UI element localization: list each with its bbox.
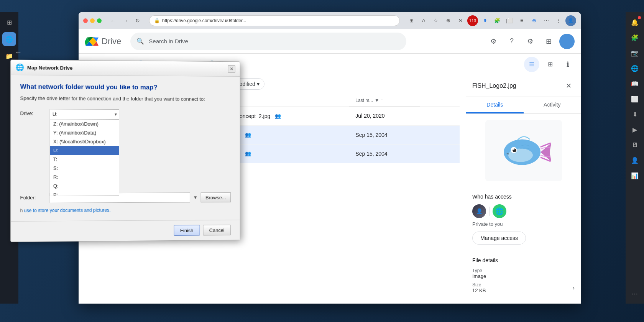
tab-icon[interactable]: ⊞ — [406, 15, 417, 26]
tab-details[interactable]: Details — [466, 97, 524, 113]
drive-field: U: ▼ Z: (\\mainbox\Down) Y: (\\mainbox\D… — [50, 109, 231, 120]
dialog-close-btn[interactable]: ✕ — [228, 65, 235, 73]
left-icon-2[interactable]: 🌐 — [2, 32, 16, 46]
address-bar[interactable]: 🔒 https://drive.google.com/drive/u/0/fol… — [149, 15, 400, 26]
info-btn[interactable]: ℹ — [561, 58, 575, 71]
extension-more[interactable]: ≡ — [516, 15, 527, 26]
chart-icon[interactable]: 📊 — [628, 169, 642, 182]
sort-up-icon: ↑ — [381, 98, 383, 103]
access-section-title: Who has access — [472, 194, 575, 200]
search-placeholder: Search in Drive — [149, 38, 188, 44]
extension-circle[interactable]: ⊕ — [529, 15, 539, 26]
drive-option-T[interactable]: T: — [50, 155, 119, 164]
avatar-divider — [489, 207, 490, 216]
window-controls — [83, 18, 102, 23]
profile-avatar-small[interactable]: 👤 — [565, 15, 576, 26]
panel-close-btn[interactable]: ✕ — [562, 80, 575, 92]
drive-option-S[interactable]: S: — [50, 164, 119, 172]
drive-option-Z[interactable]: Z: (\\mainbox\Down) — [50, 119, 119, 128]
translate-icon[interactable]: 🌐 — [628, 61, 642, 75]
cancel-btn[interactable]: Cancel — [203, 225, 231, 235]
camera-icon[interactable]: 📷 — [628, 46, 642, 60]
type-label: Type — [472, 268, 575, 273]
drive-option-P[interactable]: P: — [50, 190, 119, 196]
drive-dropdown[interactable]: Z: (\\mainbox\Down) Y: (\\mainbox\Data) … — [50, 119, 119, 196]
extension-9-icon[interactable]: 9 — [480, 15, 490, 26]
help-icon[interactable]: ? — [504, 34, 519, 49]
reader-icon[interactable]: 📖 — [628, 77, 642, 90]
window-minimize-btn[interactable] — [90, 18, 95, 23]
list-view-btn[interactable]: ☰ — [524, 57, 539, 72]
drive-select-display[interactable]: U: ▼ — [50, 109, 119, 119]
user-icon-right[interactable]: 👤 — [628, 153, 642, 167]
dialog-info-link[interactable]: use to store your documents and pictures… — [24, 207, 111, 213]
browse-btn[interactable]: Browse... — [200, 192, 231, 202]
tab-activity[interactable]: Activity — [524, 97, 581, 113]
play-icon[interactable]: ▶ — [628, 123, 642, 136]
last-modified-arrow: ▾ — [257, 81, 260, 87]
monitor-icon[interactable]: 🖥 — [628, 138, 642, 152]
shared-icon: 👥 — [275, 113, 281, 119]
url-text: https://drive.google.com/drive/u/0/folde… — [162, 18, 246, 23]
left-icon-1[interactable]: ⊞ — [2, 15, 16, 29]
dialog-back-area: ← — [15, 48, 21, 56]
settings-icon[interactable]: ⚙ — [522, 34, 538, 49]
drive-option-R[interactable]: R: — [50, 172, 119, 182]
modified-column-header[interactable]: Last m... ▼ ↑ — [349, 95, 420, 107]
user-avatar[interactable] — [559, 34, 575, 49]
drive-option-U[interactable]: U: — [50, 146, 119, 155]
shared-avatar[interactable]: 🌐 — [493, 204, 506, 218]
bookmark-icon[interactable]: ☆ — [430, 15, 441, 26]
owner-avatar[interactable]: 👤 — [472, 204, 486, 218]
sidebar-icon[interactable]: ⬜ — [628, 92, 642, 106]
add-people-row: + — [466, 302, 581, 304]
svg-point-3 — [513, 148, 516, 152]
dialog-desc: Specify the drive letter for the connect… — [20, 95, 231, 102]
file-actions: ⋮ — [420, 125, 460, 144]
forward-button[interactable]: → — [120, 15, 131, 26]
extensions-icon[interactable]: 🧩 — [628, 31, 642, 44]
back-button[interactable]: ← — [108, 15, 118, 26]
drive-option-Q[interactable]: Q: — [50, 181, 119, 191]
size-expand-icon[interactable]: › — [573, 284, 575, 291]
extension-dots[interactable]: ⋯ — [541, 15, 552, 26]
drive-option-Y[interactable]: Y: (\\mainbox\Data) — [50, 128, 119, 137]
extension-puzzle[interactable]: 🧩 — [492, 15, 503, 26]
menu-btn[interactable]: ⋮ — [553, 15, 564, 26]
window-close-btn[interactable] — [83, 18, 88, 23]
adjust-icon[interactable]: ⚙ — [486, 34, 501, 49]
dialog-question: What network folder would you like to ma… — [20, 83, 231, 92]
drive-header: Drive 🔍 Search in Drive ⚙ ? ⚙ ⊞ — [79, 29, 581, 54]
refresh-button[interactable]: ↻ — [132, 15, 143, 26]
finish-btn[interactable]: Finish — [174, 225, 200, 236]
file-details-title: File details — [472, 257, 575, 263]
panel-tabs: Details Activity — [466, 97, 581, 114]
download-icon[interactable]: ⬇ — [628, 107, 642, 121]
private-text: Private to you — [472, 221, 575, 227]
browser-chrome: ← → ↻ 🔒 https://drive.google.com/drive/u… — [79, 12, 581, 29]
dropdown-arrow-icon: ▼ — [114, 112, 118, 116]
more-icon[interactable]: ⋯ — [628, 287, 642, 301]
drive-option-X[interactable]: X: (\\localhost\Dropbox) — [50, 137, 119, 146]
drive-title: Drive — [102, 36, 121, 46]
window-maximize-btn[interactable] — [97, 18, 102, 23]
profile-icon-num[interactable]: 113 — [467, 15, 478, 26]
size-label: Size — [472, 282, 486, 288]
pwa-icon[interactable]: ⊕ — [443, 15, 453, 26]
apps-icon[interactable]: ⊞ — [541, 34, 556, 49]
sidebar-toggle[interactable]: |⬜ — [504, 15, 515, 26]
grid-view-btn[interactable]: ⊞ — [542, 57, 558, 72]
notification-icon[interactable]: 🔔 — [628, 15, 642, 29]
back-arrow-icon[interactable]: ← — [15, 48, 21, 56]
manage-access-btn[interactable]: Manage access — [472, 232, 526, 245]
right-sidebar: 🔔 🧩 📷 🌐 📖 ⬜ ⬇ ▶ 🖥 👤 📊 ⋯ — [626, 12, 644, 304]
folder-dropdown-arrow[interactable]: ▼ — [193, 195, 198, 200]
file-details-section: File details Type Image Size 12 KB › — [466, 251, 581, 302]
panel-header: FiSH_Logo2.jpg ✕ — [466, 75, 581, 97]
drive-search[interactable]: 🔍 Search in Drive — [130, 33, 406, 50]
extension-s-icon[interactable]: S — [455, 15, 466, 26]
drive-logo: Drive — [85, 34, 121, 48]
current-drive-value: U: — [53, 111, 58, 117]
translate-browser-icon[interactable]: A — [418, 15, 429, 26]
shared-icon: 👥 — [245, 151, 251, 156]
